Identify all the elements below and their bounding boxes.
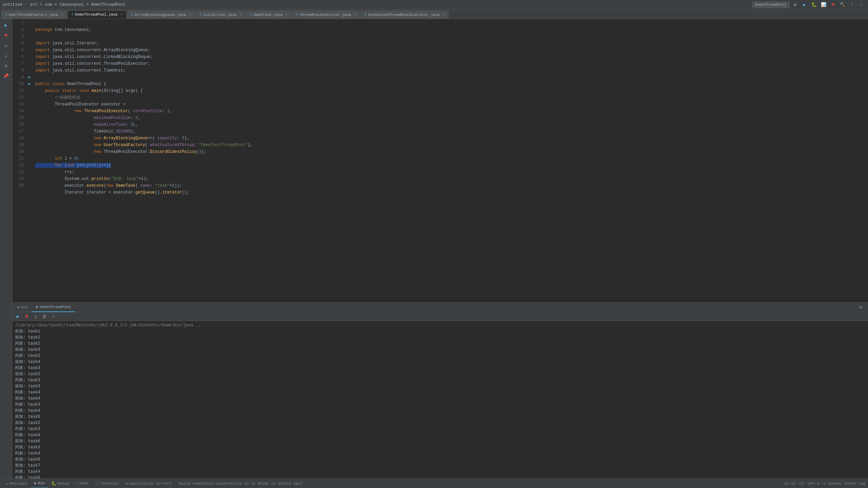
line-numbers: 1 2 3 4 5 6 7 8 9 10 11 12 13 14 15 16 1… bbox=[12, 19, 26, 302]
status-tab-todo[interactable]: ✓ TODO bbox=[72, 479, 92, 488]
app-servers-icon: ⚙ bbox=[126, 481, 128, 486]
status-tab-run[interactable]: ▶ Run bbox=[31, 479, 48, 488]
gutter-line-25 bbox=[26, 182, 33, 189]
run-button[interactable]: ▶ bbox=[801, 1, 808, 8]
build-button[interactable]: 🔨 bbox=[839, 1, 846, 8]
output-line-21: 列表: task4 bbox=[15, 450, 865, 456]
tab-scheduledthreadpool[interactable]: J ScheduledThreadPoolExecutor.java × bbox=[360, 11, 448, 19]
title-bar-left: untitled – src > com > taosunpool > Demo… bbox=[3, 2, 752, 7]
run-tab-run[interactable]: ▶ Run bbox=[14, 303, 32, 312]
gutter-line-16 bbox=[26, 121, 33, 128]
line-10: public static void main(String[] args) { bbox=[35, 88, 143, 93]
gutter: ▶ ▶ bbox=[26, 19, 33, 302]
line-20: int i = 0; bbox=[35, 156, 79, 161]
sidebar-pin-icon[interactable]: 📌 bbox=[1, 71, 11, 81]
output-line-8: 添加: task2 bbox=[15, 371, 865, 377]
status-tabs: ✉ Messages ▶ Run 🐛 Debug ✓ TODO ⬛ Termin… bbox=[3, 479, 175, 488]
run-wrap-icon[interactable]: ⏎ bbox=[50, 313, 57, 320]
line-19: new ThreadPoolExecutor.DiscardOldestPoli… bbox=[35, 149, 206, 154]
output-line-23: 添加: task7 bbox=[15, 463, 865, 469]
run-clear-icon[interactable]: 🗑 bbox=[41, 313, 48, 320]
run-rerun-icon[interactable]: ▶ bbox=[14, 313, 22, 320]
tab-close-icon[interactable]: × bbox=[121, 13, 123, 17]
stop-button[interactable]: ■ bbox=[829, 1, 837, 8]
java-icon: J bbox=[71, 13, 73, 17]
git-icon[interactable]: ↑ bbox=[848, 1, 856, 8]
tab-arrayblockingqueue[interactable]: J ArrayBlockingQueue.java × bbox=[127, 11, 195, 19]
run-tab-demothreadpool[interactable]: ▶ DemoThreadPool bbox=[32, 303, 75, 312]
tab-close-icon[interactable]: × bbox=[240, 13, 242, 17]
line-14: maximumPoolSize: 2, bbox=[35, 116, 140, 120]
tab-userthreadfactory[interactable]: J UserThreadFactory.java × bbox=[1, 11, 67, 19]
git-fetch-icon[interactable]: ↓ bbox=[858, 1, 865, 8]
run-config-selector[interactable]: DemoThreadPool bbox=[752, 2, 789, 8]
gutter-line-6 bbox=[26, 54, 33, 60]
tab-close-icon[interactable]: × bbox=[285, 13, 288, 17]
tab-demothreadpool[interactable]: J DemoThreadPool.java × bbox=[67, 11, 126, 19]
output-line-14: 列表: task4 bbox=[15, 408, 865, 414]
java-icon: J bbox=[5, 13, 7, 17]
tab-close-icon[interactable]: × bbox=[354, 13, 356, 17]
gutter-line-5 bbox=[26, 47, 33, 54]
java-icon: J bbox=[199, 13, 201, 17]
line-21: for (int j=0;j<10;j++){ bbox=[35, 163, 111, 168]
gutter-line-22 bbox=[26, 162, 33, 169]
gutter-line-1 bbox=[26, 20, 33, 26]
debug-icon: 🐛 bbox=[52, 481, 56, 486]
profile-button[interactable]: 📊 bbox=[820, 1, 827, 8]
output-line-22: 添加: task6 bbox=[15, 456, 865, 463]
gutter-line-13 bbox=[26, 101, 33, 108]
tab-close-icon[interactable]: × bbox=[189, 13, 191, 17]
output-line-13: 列表: task3 bbox=[15, 402, 865, 408]
settings-icon[interactable]: ⚙ bbox=[791, 1, 799, 8]
line-24: executor.execute(new DemoTask( name: "ta… bbox=[35, 183, 182, 188]
tab-label: DemoThreadPool.java bbox=[75, 13, 117, 17]
gutter-line-8 bbox=[26, 67, 33, 74]
output-line-20: 列表: task3 bbox=[15, 444, 865, 450]
run-stop-icon[interactable]: ■ bbox=[23, 313, 31, 320]
terminal-icon: ⬛ bbox=[95, 481, 100, 486]
line-11: //创建线程池 bbox=[35, 95, 80, 100]
title-bar: untitled – src > com > taosunpool > Demo… bbox=[0, 0, 868, 9]
tab-collection[interactable]: J Collection.java × bbox=[196, 11, 245, 19]
run-settings-icon[interactable]: ⚙ bbox=[857, 304, 865, 311]
todo-icon: ✓ bbox=[76, 481, 78, 486]
sidebar-settings-icon[interactable]: ⚙ bbox=[1, 61, 11, 70]
java-icon: J bbox=[364, 13, 366, 17]
output-line-11: 列表: task4 bbox=[15, 389, 865, 395]
sidebar-stop-icon[interactable]: ■ bbox=[1, 30, 11, 40]
code-content[interactable]: package com.taosunpool; import java.util… bbox=[33, 19, 868, 302]
output-line-3: 列表: task2 bbox=[15, 341, 865, 347]
run-icon: ▶ bbox=[18, 305, 20, 309]
output-line-19: 添加: task6 bbox=[15, 438, 865, 444]
gutter-line-4 bbox=[26, 40, 33, 47]
status-tab-terminal[interactable]: ⬛ Terminal bbox=[92, 479, 122, 488]
status-tab-debug[interactable]: 🐛 Debug bbox=[48, 479, 72, 488]
sidebar-rerun-icon[interactable]: ↺ bbox=[1, 41, 11, 50]
run-scroll-icon[interactable]: ⤓ bbox=[32, 313, 39, 320]
todo-label: TODO bbox=[79, 482, 88, 486]
debug-button[interactable]: 🐛 bbox=[810, 1, 818, 8]
line-13: new ThreadPoolExecutor( corePoolSize: 1, bbox=[35, 109, 172, 114]
sidebar-scroll-icon[interactable]: ⤓ bbox=[1, 51, 11, 60]
output-line-9: 列表: task3 bbox=[15, 377, 865, 383]
java-icon: J bbox=[131, 13, 133, 17]
gutter-line-11 bbox=[26, 87, 33, 94]
tab-close-icon[interactable]: × bbox=[443, 13, 445, 17]
editor-area: 1 2 3 4 5 6 7 8 9 10 11 12 13 14 15 16 1… bbox=[12, 19, 868, 479]
tab-label: UserThreadFactory.java bbox=[9, 13, 58, 17]
status-tab-app-servers[interactable]: ⚙ Application Servers bbox=[122, 479, 175, 488]
tab-threadpoolexecutor[interactable]: J ThreadPoolExecutor.java × bbox=[292, 11, 360, 19]
line-15: keepAliveTime: 3L, bbox=[35, 122, 138, 127]
gutter-line-20 bbox=[26, 148, 33, 155]
status-tab-messages[interactable]: ✉ Messages bbox=[3, 479, 31, 488]
code-editor[interactable]: 1 2 3 4 5 6 7 8 9 10 11 12 13 14 15 16 1… bbox=[12, 19, 868, 302]
event-log-link[interactable]: Event Log bbox=[845, 482, 865, 486]
line-18: new UserThreadFactory( whatFeatureOfGrou… bbox=[35, 143, 253, 147]
sidebar-run-icon[interactable]: ▶ bbox=[1, 20, 11, 30]
tab-demotask[interactable]: J DemoTask.java × bbox=[246, 11, 292, 19]
run-output[interactable]: /Library/Java/JavaVirtualMachines/jdk1.8… bbox=[12, 321, 868, 479]
output-line-2: 添加: task2 bbox=[15, 334, 865, 341]
tab-close-icon[interactable]: × bbox=[61, 13, 63, 17]
java-icon: J bbox=[250, 13, 252, 17]
